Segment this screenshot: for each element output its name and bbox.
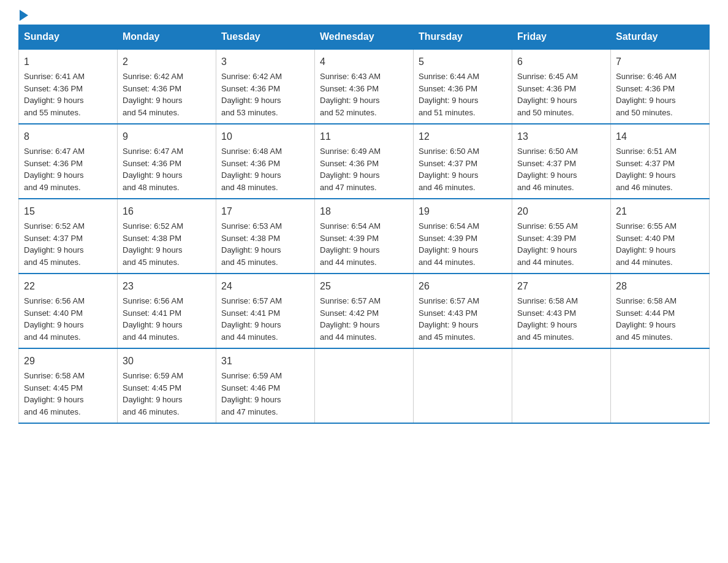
- calendar-cell: 24Sunrise: 6:57 AMSunset: 4:41 PMDayligh…: [216, 274, 315, 348]
- sunrise-info: Sunrise: 6:42 AM: [123, 72, 183, 81]
- sunset-info: Sunset: 4:36 PM: [123, 84, 181, 93]
- calendar-week-row: 1Sunrise: 6:41 AMSunset: 4:36 PMDaylight…: [19, 49, 710, 124]
- daylight-minutes: and 47 minutes.: [320, 183, 377, 192]
- sunrise-info: Sunrise: 6:54 AM: [320, 221, 381, 231]
- sunrise-info: Sunrise: 6:49 AM: [320, 147, 381, 156]
- sunrise-info: Sunrise: 6:53 AM: [221, 221, 282, 231]
- day-number: 8: [24, 129, 112, 144]
- daylight-info: Daylight: 9 hours: [123, 395, 183, 404]
- daylight-info: Daylight: 9 hours: [221, 320, 281, 329]
- daylight-minutes: and 44 minutes.: [517, 258, 574, 267]
- daylight-info: Daylight: 9 hours: [24, 395, 84, 404]
- calendar-cell: 23Sunrise: 6:56 AMSunset: 4:41 PMDayligh…: [118, 274, 216, 348]
- sunset-info: Sunset: 4:45 PM: [24, 383, 83, 393]
- calendar-cell: 9Sunrise: 6:47 AMSunset: 4:36 PMDaylight…: [118, 124, 216, 199]
- daylight-minutes: and 44 minutes.: [320, 332, 377, 342]
- calendar-cell: 18Sunrise: 6:54 AMSunset: 4:39 PMDayligh…: [315, 199, 414, 274]
- sunset-info: Sunset: 4:39 PM: [419, 234, 477, 243]
- calendar-week-row: 15Sunrise: 6:52 AMSunset: 4:37 PMDayligh…: [19, 199, 710, 274]
- calendar-cell: [414, 348, 512, 423]
- daylight-info: Daylight: 9 hours: [221, 245, 281, 255]
- sunrise-info: Sunrise: 6:59 AM: [123, 371, 183, 380]
- calendar-cell: 31Sunrise: 6:59 AMSunset: 4:46 PMDayligh…: [216, 348, 315, 423]
- daylight-minutes: and 45 minutes.: [123, 258, 180, 267]
- daylight-info: Daylight: 9 hours: [221, 96, 281, 105]
- day-number: 19: [419, 204, 507, 219]
- day-number: 26: [419, 279, 507, 294]
- daylight-info: Daylight: 9 hours: [517, 245, 577, 255]
- calendar-cell: 15Sunrise: 6:52 AMSunset: 4:37 PMDayligh…: [19, 199, 118, 274]
- calendar-cell: 25Sunrise: 6:57 AMSunset: 4:42 PMDayligh…: [315, 274, 414, 348]
- calendar-cell: 11Sunrise: 6:49 AMSunset: 4:36 PMDayligh…: [315, 124, 414, 199]
- calendar-cell: 5Sunrise: 6:44 AMSunset: 4:36 PMDaylight…: [414, 49, 512, 124]
- sunrise-info: Sunrise: 6:41 AM: [24, 72, 85, 81]
- sunrise-info: Sunrise: 6:56 AM: [123, 296, 183, 305]
- day-number: 7: [616, 55, 704, 69]
- day-number: 6: [517, 55, 605, 69]
- logo: [18, 12, 28, 18]
- daylight-minutes: and 48 minutes.: [221, 183, 278, 192]
- daylight-info: Daylight: 9 hours: [616, 245, 676, 255]
- daylight-info: Daylight: 9 hours: [517, 96, 577, 105]
- sunset-info: Sunset: 4:44 PM: [616, 308, 675, 318]
- daylight-info: Daylight: 9 hours: [616, 96, 676, 105]
- sunrise-info: Sunrise: 6:50 AM: [419, 147, 479, 156]
- daylight-minutes: and 50 minutes.: [616, 108, 673, 117]
- sunrise-info: Sunrise: 6:54 AM: [419, 221, 479, 231]
- daylight-info: Daylight: 9 hours: [221, 170, 281, 180]
- day-number: 27: [517, 279, 605, 294]
- daylight-minutes: and 45 minutes.: [419, 332, 476, 342]
- daylight-minutes: and 54 minutes.: [123, 108, 180, 117]
- column-header-wednesday: Wednesday: [315, 25, 414, 50]
- daylight-minutes: and 44 minutes.: [221, 332, 278, 342]
- day-number: 3: [221, 55, 309, 69]
- page-header: [18, 12, 710, 18]
- calendar-cell: 12Sunrise: 6:50 AMSunset: 4:37 PMDayligh…: [414, 124, 512, 199]
- calendar-week-row: 8Sunrise: 6:47 AMSunset: 4:36 PMDaylight…: [19, 124, 710, 199]
- daylight-minutes: and 46 minutes.: [517, 183, 574, 192]
- sunrise-info: Sunrise: 6:44 AM: [419, 72, 479, 81]
- daylight-minutes: and 47 minutes.: [221, 407, 278, 416]
- column-header-thursday: Thursday: [414, 25, 512, 50]
- daylight-info: Daylight: 9 hours: [616, 170, 676, 180]
- day-number: 2: [123, 55, 211, 69]
- daylight-minutes: and 52 minutes.: [320, 108, 377, 117]
- day-number: 24: [221, 279, 309, 294]
- day-number: 12: [419, 129, 507, 144]
- daylight-info: Daylight: 9 hours: [24, 96, 84, 105]
- sunrise-info: Sunrise: 6:57 AM: [320, 296, 381, 305]
- daylight-info: Daylight: 9 hours: [123, 96, 183, 105]
- calendar-week-row: 22Sunrise: 6:56 AMSunset: 4:40 PMDayligh…: [19, 274, 710, 348]
- daylight-info: Daylight: 9 hours: [24, 320, 84, 329]
- sunset-info: Sunset: 4:36 PM: [24, 84, 83, 93]
- sunrise-info: Sunrise: 6:57 AM: [419, 296, 479, 305]
- day-number: 31: [221, 354, 309, 369]
- daylight-info: Daylight: 9 hours: [320, 320, 380, 329]
- sunrise-info: Sunrise: 6:59 AM: [221, 371, 282, 380]
- sunrise-info: Sunrise: 6:47 AM: [123, 147, 183, 156]
- sunset-info: Sunset: 4:37 PM: [419, 159, 477, 168]
- day-number: 9: [123, 129, 211, 144]
- calendar-cell: 22Sunrise: 6:56 AMSunset: 4:40 PMDayligh…: [19, 274, 118, 348]
- column-header-monday: Monday: [118, 25, 216, 50]
- column-header-tuesday: Tuesday: [216, 25, 315, 50]
- daylight-minutes: and 45 minutes.: [24, 258, 81, 267]
- calendar-cell: 2Sunrise: 6:42 AMSunset: 4:36 PMDaylight…: [118, 49, 216, 124]
- sunrise-info: Sunrise: 6:55 AM: [517, 221, 578, 231]
- sunset-info: Sunset: 4:36 PM: [320, 84, 379, 93]
- sunset-info: Sunset: 4:43 PM: [419, 308, 477, 318]
- day-number: 29: [24, 354, 112, 369]
- sunset-info: Sunset: 4:39 PM: [320, 234, 379, 243]
- daylight-minutes: and 53 minutes.: [221, 108, 278, 117]
- day-number: 21: [616, 204, 704, 219]
- calendar-cell: 1Sunrise: 6:41 AMSunset: 4:36 PMDaylight…: [19, 49, 118, 124]
- day-number: 17: [221, 204, 309, 219]
- day-number: 25: [320, 279, 408, 294]
- sunset-info: Sunset: 4:38 PM: [123, 234, 181, 243]
- calendar-cell: 20Sunrise: 6:55 AMSunset: 4:39 PMDayligh…: [512, 199, 611, 274]
- calendar-cell: 13Sunrise: 6:50 AMSunset: 4:37 PMDayligh…: [512, 124, 611, 199]
- calendar-cell: 28Sunrise: 6:58 AMSunset: 4:44 PMDayligh…: [611, 274, 710, 348]
- calendar-cell: 4Sunrise: 6:43 AMSunset: 4:36 PMDaylight…: [315, 49, 414, 124]
- daylight-minutes: and 44 minutes.: [616, 258, 673, 267]
- sunset-info: Sunset: 4:36 PM: [616, 84, 675, 93]
